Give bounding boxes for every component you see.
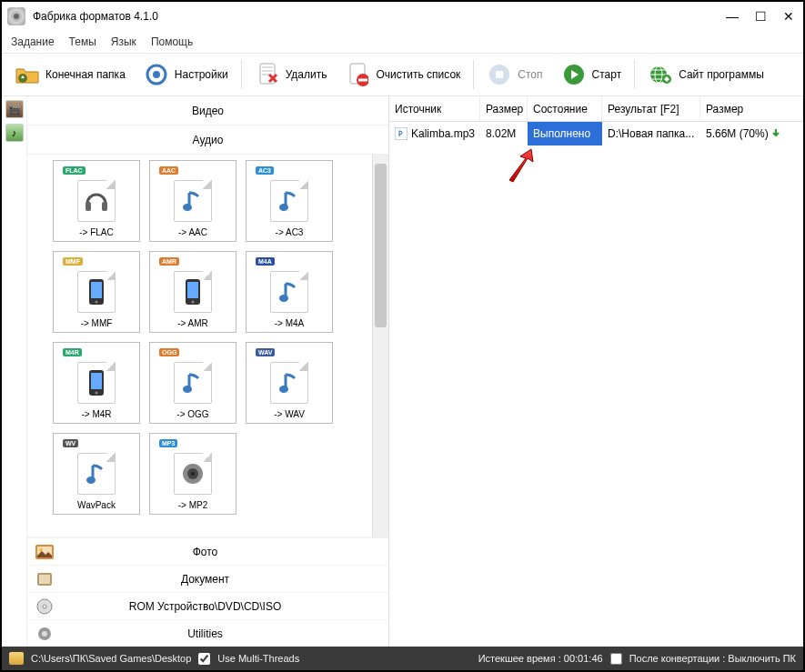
format-tile[interactable]: MMF-> MMF [53,251,140,333]
svg-rect-8 [358,79,367,82]
format-label: -> MMF [81,318,113,328]
file-icon [174,453,212,495]
minimize-button[interactable]: — [726,9,739,24]
file-icon [77,271,116,313]
menubar: Задание Темы Язык Помощь [2,31,803,53]
format-badge: AAC [159,166,178,175]
left-panel: 🎬 ♪ Видео Аудио FLAC-> FLACAAC-> AACAC3-… [2,96,389,647]
start-label: Старт [592,68,622,81]
close-button[interactable]: ✕ [783,9,794,24]
format-badge: WAV [256,348,275,356]
start-button[interactable]: Старт [554,58,629,91]
format-tile[interactable]: FLAC-> FLAC [53,160,140,242]
format-label: -> OGG [176,409,208,419]
format-label: -> AAC [178,227,207,237]
category-utilities[interactable]: Utilities [27,619,388,647]
format-label: -> FLAC [79,227,114,237]
titlebar: Фабрика форматов 4.1.0 — ☐ ✕ [2,2,803,31]
svg-rect-44 [395,127,408,140]
svg-rect-23 [187,282,198,298]
document-icon [35,571,55,587]
format-tile[interactable]: MP3-> MP2 [149,433,236,515]
svg-point-31 [86,476,96,484]
format-tile[interactable]: M4A-> M4A [246,251,333,333]
maximize-button[interactable]: ☐ [755,9,767,24]
menu-help[interactable]: Помощь [151,35,193,48]
audio-strip-icon[interactable]: ♪ [5,124,24,142]
format-badge: OGG [159,348,179,356]
category-document[interactable]: Документ [27,565,388,592]
scrollbar[interactable] [372,155,388,537]
delete-button[interactable]: Удалить [247,58,335,91]
stop-button[interactable]: Стоп [479,58,549,91]
after-convert-checkbox[interactable] [610,653,622,665]
menu-task[interactable]: Задание [11,35,55,48]
cell-result: D:\Новая папка... [602,122,700,145]
elapsed-time: Истекшее время : 00:01:46 [478,653,603,664]
format-badge: M4A [256,257,275,266]
category-strip: 🎬 ♪ [2,96,27,647]
gear-small-icon [35,626,55,642]
output-folder-label: Конечная папка [45,68,126,81]
svg-point-41 [43,605,46,608]
format-tile[interactable]: AAC-> AAC [149,160,236,242]
multithread-checkbox[interactable] [198,653,210,665]
clear-label: Очистить список [376,68,460,81]
svg-point-24 [192,301,195,304]
header-source[interactable]: Источник [389,96,480,121]
format-badge: WV [63,439,78,447]
format-badge: M4R [63,348,82,356]
file-icon [270,271,308,313]
format-tile[interactable]: WAV-> WAV [246,342,333,424]
format-label: -> M4R [81,409,111,419]
category-photo[interactable]: Фото [27,537,388,565]
output-folder-button[interactable]: Конечная папка [7,58,133,91]
file-icon [77,362,116,404]
file-icon [174,180,212,222]
website-button[interactable]: Сайт программы [640,58,771,91]
file-icon [270,362,308,404]
format-label: WavPack [77,500,116,510]
format-badge: MMF [63,257,83,266]
settings-label: Настройки [175,68,228,81]
table-row[interactable]: Kalimba.mp3 8.02M Выполнено D:\Новая пап… [389,122,803,145]
header-size2[interactable]: Размер [700,96,803,121]
svg-rect-20 [91,282,102,298]
play-icon [561,62,587,87]
category-video[interactable]: Видео [27,96,388,125]
format-label: -> WAV [274,409,305,419]
gear-icon [144,62,169,87]
video-strip-icon[interactable]: 🎬 [5,100,24,118]
clear-list-button[interactable]: Очистить список [337,58,468,91]
header-result[interactable]: Результат [F2] [602,96,700,121]
status-path: C:\Users\ПК\Saved Games\Desktop [31,653,191,664]
format-tile[interactable]: WVWavPack [53,433,140,515]
format-tile[interactable]: AMR-> AMR [149,251,236,333]
header-state[interactable]: Состояние [528,96,602,121]
file-icon [174,271,212,313]
format-tile[interactable]: OGG-> OGG [149,342,236,424]
bottom-categories: Фото Документ ROM Устройство\DVD\CD\ISO … [27,537,388,647]
category-rom[interactable]: ROM Устройство\DVD\CD\ISO [27,592,388,619]
category-audio[interactable]: Аудио [27,125,388,155]
format-tile[interactable]: AC3-> AC3 [246,160,333,242]
menu-language[interactable]: Язык [111,35,136,48]
svg-point-43 [42,631,47,637]
svg-rect-5 [260,64,275,84]
after-convert-label: После конвертации : Выключить ПК [629,653,796,664]
toolbar: Конечная папка Настройки Удалить Очистит… [2,53,803,96]
stop-icon [487,62,512,87]
header-size[interactable]: Размер [480,96,528,121]
right-panel: Источник Размер Состояние Результат [F2]… [389,96,803,647]
menu-themes[interactable]: Темы [69,35,96,48]
format-tile[interactable]: M4R-> M4R [53,342,140,424]
format-badge: AC3 [256,166,274,175]
delete-label: Удалить [286,68,327,81]
stop-label: Стоп [518,68,542,81]
settings-button[interactable]: Настройки [136,58,236,91]
format-grid: FLAC-> FLACAAC-> AACAC3-> AC3MMF-> MMFAM… [27,155,372,537]
website-label: Сайт программы [679,68,764,81]
svg-rect-39 [39,575,50,584]
file-icon [77,180,116,222]
status-folder-icon[interactable] [9,652,24,665]
